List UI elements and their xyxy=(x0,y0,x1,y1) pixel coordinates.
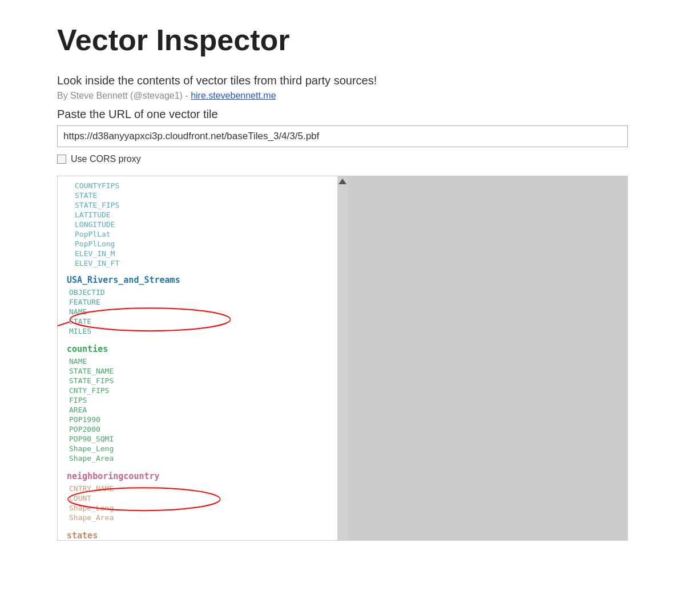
byline-text: By Steve Bennett (@stevage1) - xyxy=(57,91,191,100)
field-state-name-counties: STATE_NAME xyxy=(58,366,337,376)
field-state-fips-1: STATE_FIPS xyxy=(58,200,337,210)
layer-neighboringcountry: neighboringcountry xyxy=(58,469,337,484)
field-shape-leng-nc: Shape_Leng xyxy=(58,503,337,513)
field-countyfips: COUNTYFIPS xyxy=(58,181,337,191)
neighboring-layer-block: neighboringcountry xyxy=(58,469,337,484)
subtitle: Look inside the contents of vector tiles… xyxy=(57,74,628,87)
field-state-fips-counties: STATE_FIPS xyxy=(58,376,337,386)
field-longitude: LONGITUDE xyxy=(58,220,337,229)
field-latitude: LATITUDE xyxy=(58,210,337,220)
field-cntry-name: CNTRY_NAME xyxy=(58,484,337,493)
field-name-counties: NAME xyxy=(58,356,337,366)
field-shape-leng-counties: Shape_Leng xyxy=(58,444,337,453)
field-pop1990: POP1990 xyxy=(58,415,337,424)
scrollbar-track[interactable] xyxy=(337,176,348,540)
url-input[interactable] xyxy=(57,125,628,147)
field-count: COUNT xyxy=(58,493,337,503)
field-popplat: PopPlLat xyxy=(58,229,337,239)
field-state-1: STATE xyxy=(58,191,337,200)
scroll-content: COUNTYFIPS STATE STATE_FIPS LATITUDE LON… xyxy=(58,181,337,540)
field-shape-area-counties: Shape_Area xyxy=(58,453,337,463)
field-objectid: OBJECTID xyxy=(58,287,337,297)
field-poppllong: PopPlLong xyxy=(58,239,337,249)
paste-label: Paste the URL of one vector tile xyxy=(57,108,628,121)
field-feature: FEATURE xyxy=(58,297,337,307)
field-area-counties: AREA xyxy=(58,405,337,415)
layer-counties: counties xyxy=(58,342,337,356)
field-state-rivers: STATE xyxy=(58,317,337,326)
field-pop2000: POP2000 xyxy=(58,424,337,434)
field-pop90sqmi: POP90_SQMI xyxy=(58,434,337,444)
field-fips: FIPS xyxy=(58,395,337,405)
byline-link[interactable]: hire.stevebennett.me xyxy=(191,91,276,100)
field-miles: MILES xyxy=(58,326,337,336)
field-shape-area-nc: Shape_Area xyxy=(58,513,337,522)
left-panel[interactable]: COUNTYFIPS STATE STATE_FIPS LATITUDE LON… xyxy=(58,176,337,540)
rivers-layer-block: USA_Rivers_and_Streams xyxy=(58,273,337,287)
cors-label: Use CORS proxy xyxy=(71,154,141,164)
byline: By Steve Bennett (@stevage1) - hire.stev… xyxy=(57,91,628,101)
right-panel xyxy=(348,176,627,540)
cors-row: Use CORS proxy xyxy=(57,154,628,164)
field-name-rivers: NAME xyxy=(58,307,337,317)
states-layer-block: states xyxy=(58,528,337,540)
layer-states: states xyxy=(58,528,337,540)
cors-checkbox[interactable] xyxy=(57,155,66,164)
layer-usa-rivers: USA_Rivers_and_Streams xyxy=(58,273,337,287)
field-elev-ft: ELEV_IN_FT xyxy=(58,258,337,268)
field-cnty-fips: CNTY_FIPS xyxy=(58,386,337,395)
page-title: Vector Inspector xyxy=(57,23,628,57)
content-area: COUNTYFIPS STATE STATE_FIPS LATITUDE LON… xyxy=(57,176,628,541)
page-container: Vector Inspector Look inside the content… xyxy=(0,0,685,564)
scrollbar-up-arrow[interactable] xyxy=(339,179,346,184)
field-elev-m: ELEV_IN_M xyxy=(58,249,337,258)
counties-layer-block: counties xyxy=(58,342,337,356)
